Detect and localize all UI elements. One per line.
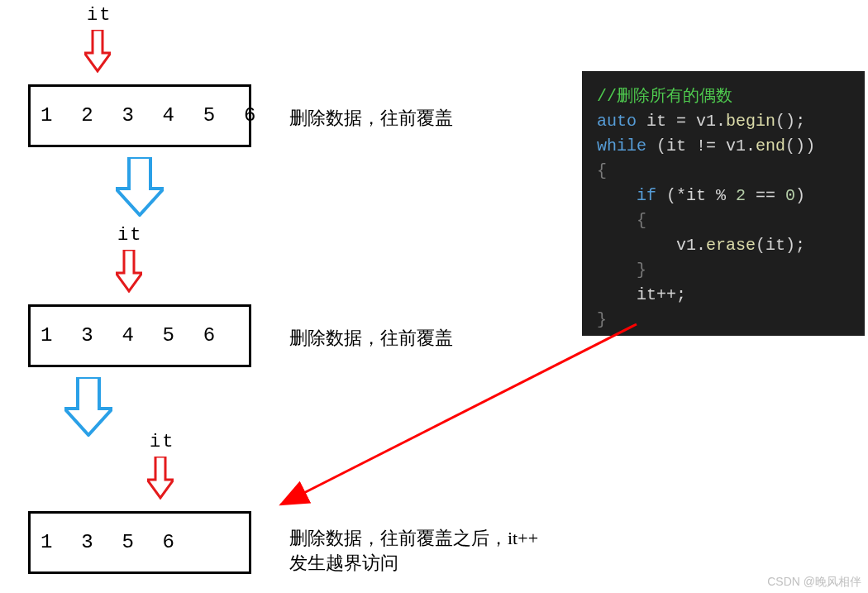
code-line-7: } [597,258,850,283]
code-line-2: while (it != v1.end()) [597,134,850,159]
down-arrow-red-icon [84,30,111,73]
step3-it-label: it [150,432,174,452]
diagram-container: it 1 2 3 4 5 6 删除数据，往前覆盖 it 1 3 4 5 6 删除… [0,0,868,593]
step1-array-box: 1 2 3 4 5 6 [28,84,251,147]
step1-it-label: it [87,5,112,26]
down-arrow-blue-icon [116,157,164,217]
code-panel: //删除所有的偶数 auto it = v1.begin(); while (i… [582,71,865,336]
code-line-6: v1.erase(it); [597,233,850,258]
code-line-comment: //删除所有的偶数 [597,84,850,109]
step3-array-box: 1 3 5 6 [28,511,251,574]
down-arrow-red-icon [147,457,174,500]
down-arrow-blue-icon [64,377,112,437]
svg-line-0 [281,324,637,505]
code-line-3: { [597,159,850,184]
step3-explain: 删除数据，往前覆盖之后，it++ 发生越界访问 [289,526,538,576]
step2-explain: 删除数据，往前覆盖 [289,326,453,351]
step2-it-label: it [117,225,142,246]
code-line-9: } [597,308,850,332]
code-line-8: it++; [597,283,850,308]
step1-explain: 删除数据，往前覆盖 [289,106,453,131]
code-comment: //删除所有的偶数 [597,87,732,106]
code-line-4: if (*it % 2 == 0) [597,184,850,208]
down-arrow-red-icon [116,250,142,293]
step2-array-box: 1 3 4 5 6 [28,304,251,367]
watermark: CSDN @晚风相伴 [767,575,861,590]
code-line-1: auto it = v1.begin(); [597,109,850,134]
code-line-5: { [597,208,850,233]
